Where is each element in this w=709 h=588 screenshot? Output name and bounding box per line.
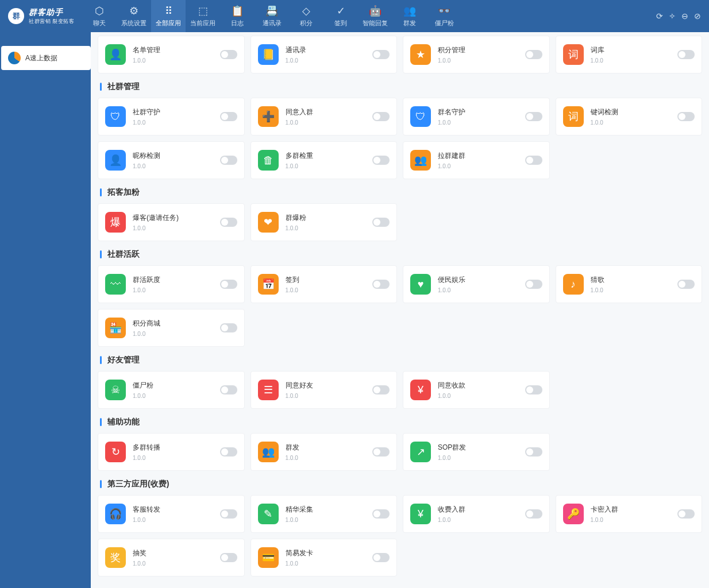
nav-item-mass[interactable]: 👥群发 xyxy=(392,0,427,32)
app-card[interactable]: ¥收费入群1.0.0 xyxy=(403,495,550,533)
nav-label: 全部应用 xyxy=(156,19,181,28)
app-toggle[interactable] xyxy=(677,112,695,121)
app-toggle[interactable] xyxy=(220,385,237,394)
app-toggle[interactable] xyxy=(525,447,542,457)
app-toggle[interactable] xyxy=(372,112,390,121)
app-toggle[interactable] xyxy=(525,385,542,394)
sidebar-tab[interactable]: A速上数据 xyxy=(1,46,91,70)
sidebar: A速上数据 xyxy=(0,32,91,588)
app-toggle[interactable] xyxy=(220,509,237,519)
app-toggle[interactable] xyxy=(677,280,695,289)
app-toggle[interactable] xyxy=(220,112,237,121)
nav-item-sys[interactable]: ⚙系统设置 xyxy=(117,0,151,32)
app-title: 拉群建群 xyxy=(438,151,518,161)
app-icon: 📅 xyxy=(258,274,279,295)
app-version: 1.0.0 xyxy=(286,560,366,567)
app-title: 群名守护 xyxy=(438,107,518,117)
app-toggle[interactable] xyxy=(372,447,390,457)
main-area: 👤名单管理1.0.0📒通讯录1.0.0★积分管理1.0.0词词库1.0.0社群管… xyxy=(91,32,709,588)
app-toggle[interactable] xyxy=(525,112,542,121)
nav-item-book[interactable]: 📇通讯录 xyxy=(255,0,289,32)
app-toggle[interactable] xyxy=(372,553,390,562)
app-version: 1.0.0 xyxy=(438,455,518,461)
close-icon[interactable]: ⊘ xyxy=(694,11,701,21)
app-icon: 〰 xyxy=(105,274,126,295)
app-toggle[interactable] xyxy=(220,323,237,332)
app-toggle[interactable] xyxy=(677,509,695,519)
nav-item-chat[interactable]: ⬡聊天 xyxy=(82,0,117,32)
nav-item-curapp[interactable]: ⬚当前应用 xyxy=(186,0,220,32)
app-toggle[interactable] xyxy=(220,50,237,59)
app-title: 通讯录 xyxy=(286,45,366,55)
app-toggle[interactable] xyxy=(372,50,390,59)
section-title: 辅助功能 xyxy=(100,417,702,427)
app-card[interactable]: 👥拉群建群1.0.0 xyxy=(403,141,550,179)
app-card[interactable]: ✎精华采集1.0.0 xyxy=(251,495,398,533)
app-card[interactable]: 🗑多群检重1.0.0 xyxy=(251,141,398,179)
app-card[interactable]: 爆爆客(邀请任务)1.0.0 xyxy=(98,203,245,241)
app-card[interactable]: ♥便民娱乐1.0.0 xyxy=(403,265,550,303)
app-toggle[interactable] xyxy=(220,553,237,562)
minimize-icon[interactable]: ⊖ xyxy=(681,11,688,21)
app-card[interactable]: 👥群发1.0.0 xyxy=(251,433,398,471)
app-toggle[interactable] xyxy=(220,447,237,457)
app-card[interactable]: 🏪积分商城1.0.0 xyxy=(98,309,245,347)
app-toggle[interactable] xyxy=(525,50,542,59)
nav-item-point[interactable]: ◇积分 xyxy=(289,0,323,32)
app-toggle[interactable] xyxy=(220,156,237,165)
app-card[interactable]: 词键词检测1.0.0 xyxy=(556,98,703,136)
app-card[interactable]: ♪猜歌1.0.0 xyxy=(556,265,703,303)
tab-label: A速上数据 xyxy=(25,53,57,63)
app-card[interactable]: 🛡群名守护1.0.0 xyxy=(403,98,550,136)
app-card[interactable]: 〰群活跃度1.0.0 xyxy=(98,265,245,303)
app-toggle[interactable] xyxy=(677,50,695,59)
app-toggle[interactable] xyxy=(372,509,390,519)
app-version: 1.0.0 xyxy=(133,287,213,293)
nav-item-ai[interactable]: 🤖智能回复 xyxy=(358,0,392,32)
app-card[interactable]: ☠僵尸粉1.0.0 xyxy=(98,371,245,409)
app-card[interactable]: ↻多群转播1.0.0 xyxy=(98,433,245,471)
app-card[interactable]: 📅签到1.0.0 xyxy=(251,265,398,303)
app-toggle[interactable] xyxy=(220,218,237,227)
app-toggle[interactable] xyxy=(372,218,390,227)
app-card[interactable]: ➕同意入群1.0.0 xyxy=(251,98,398,136)
app-card[interactable]: 🔑卡密入群1.0.0 xyxy=(556,495,703,533)
app-card[interactable]: 👤昵称检测1.0.0 xyxy=(98,141,245,179)
app-card[interactable]: 🛡社群守护1.0.0 xyxy=(98,98,245,136)
nav-item-zombie[interactable]: 👓僵尸粉 xyxy=(427,0,461,32)
app-toggle[interactable] xyxy=(525,509,542,519)
pin-icon[interactable]: ✧ xyxy=(669,11,676,21)
app-title: 群爆粉 xyxy=(286,213,366,223)
app-version: 1.0.0 xyxy=(438,119,518,126)
app-card[interactable]: ★积分管理1.0.0 xyxy=(403,36,550,74)
app-title: 爆客(邀请任务) xyxy=(133,213,213,223)
app-version: 1.0.0 xyxy=(438,163,518,169)
app-toggle[interactable] xyxy=(372,385,390,394)
app-card[interactable]: ☰同意好友1.0.0 xyxy=(251,371,398,409)
app-card[interactable]: ❤群爆粉1.0.0 xyxy=(251,203,398,241)
app-card[interactable]: ↗SOP群发1.0.0 xyxy=(403,433,550,471)
nav-item-allapp[interactable]: ⠿全部应用 xyxy=(151,0,186,32)
app-icon: ❤ xyxy=(258,212,279,233)
app-card[interactable]: 💳简易发卡1.0.0 xyxy=(251,539,398,577)
app-toggle[interactable] xyxy=(220,280,237,289)
nav-item-log[interactable]: 📋日志 xyxy=(220,0,255,32)
app-version: 1.0.0 xyxy=(133,163,213,169)
app-card[interactable]: 奖抽奖1.0.0 xyxy=(98,539,245,577)
allapp-icon: ⠿ xyxy=(163,5,174,17)
app-toggle[interactable] xyxy=(372,156,390,165)
app-card[interactable]: 词词库1.0.0 xyxy=(556,36,703,74)
app-toggle[interactable] xyxy=(525,280,542,289)
app-card[interactable]: 📒通讯录1.0.0 xyxy=(251,36,398,74)
app-toggle[interactable] xyxy=(372,280,390,289)
app-toggle[interactable] xyxy=(525,156,542,165)
refresh-icon[interactable]: ⟳ xyxy=(656,11,663,21)
app-icon: 词 xyxy=(563,106,584,127)
nav-item-sign[interactable]: ✓签到 xyxy=(323,0,358,32)
app-card[interactable]: 👤名单管理1.0.0 xyxy=(98,36,245,74)
app-card[interactable]: 🎧客服转发1.0.0 xyxy=(98,495,245,533)
ai-icon: 🤖 xyxy=(369,5,381,17)
app-version: 1.0.0 xyxy=(133,225,213,231)
app-card[interactable]: ¥同意收款1.0.0 xyxy=(403,371,550,409)
nav-label: 僵尸粉 xyxy=(435,19,454,28)
